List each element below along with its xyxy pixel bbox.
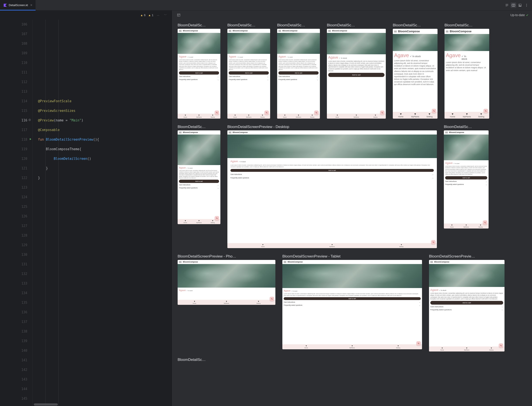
prev-highlight-button[interactable]: ︿	[156, 13, 161, 17]
preview-surface[interactable]: BloomCompose Agave✓ In stock Lorem ipsum…	[444, 130, 488, 229]
bottom-nav-item[interactable]: ♥ Home	[228, 244, 297, 247]
code-line[interactable]	[38, 288, 172, 298]
preview-surface[interactable]: BloomCompose Agave✓ In stock Lorem ipsum…	[327, 29, 386, 119]
line-number[interactable]: 144	[0, 384, 27, 394]
preview-scroll-area[interactable]: BloomDetailSc… BloomCompose Agave✓ In st…	[172, 20, 532, 406]
line-number[interactable]: 121	[0, 164, 27, 173]
faq-header[interactable]: Frequently asked questions	[430, 309, 503, 311]
line-number[interactable]: 122	[0, 173, 27, 183]
line-number[interactable]: 143	[0, 375, 27, 384]
hamburger-icon[interactable]	[179, 261, 182, 263]
line-number[interactable]: 138	[0, 327, 27, 336]
preview-surface[interactable]: BloomCompose Agave✓ In stock Lorem ipsum…	[227, 130, 437, 248]
code-line[interactable]: fun BloomDetailScreenPreview(){	[38, 135, 172, 144]
code-line[interactable]	[38, 307, 172, 317]
more-icon[interactable]	[524, 2, 529, 8]
faq-header[interactable]: Frequently asked questions	[229, 79, 269, 81]
bottom-nav-item[interactable]: ♥ Home	[278, 114, 292, 118]
gear-icon[interactable]	[28, 116, 31, 125]
line-number[interactable]: 139	[0, 336, 27, 346]
code-line[interactable]	[38, 77, 172, 87]
bottom-nav-item[interactable]: ♥ Home	[328, 114, 347, 118]
add-to-cart-button[interactable]: Add to cart	[229, 71, 269, 75]
bottom-nav-item[interactable]: ♥ Home	[228, 114, 242, 118]
line-number[interactable]: 115	[0, 106, 27, 116]
bottom-nav-item[interactable]: ♥ Home	[178, 220, 192, 223]
line-number[interactable]: 142	[0, 365, 27, 375]
code-line[interactable]	[38, 48, 172, 58]
preview-surface[interactable]: BloomCompose Agave✓ In stock Lorem ipsum…	[227, 29, 270, 119]
code-line[interactable]	[38, 231, 172, 240]
line-number-gutter[interactable]: 1061071081091101111121131141151161171181…	[0, 20, 33, 406]
bottom-nav-item[interactable]: ♥ Setting	[243, 300, 274, 304]
hamburger-icon[interactable]	[430, 261, 433, 263]
hamburger-icon[interactable]	[179, 131, 182, 133]
bottom-nav-item[interactable]: ♥ Home	[178, 114, 192, 118]
line-number[interactable]: 128	[0, 231, 27, 240]
faq-header[interactable]: Frequently asked questions	[179, 187, 219, 189]
line-number[interactable]: 140	[0, 346, 27, 355]
line-number[interactable]: 107	[0, 29, 27, 39]
care-instructions-header[interactable]: Care instructions	[230, 173, 434, 175]
hamburger-icon[interactable]	[445, 131, 448, 133]
code-line[interactable]	[38, 365, 172, 375]
line-number[interactable]: 119	[0, 144, 27, 154]
bottom-nav-item[interactable]: ♥ MyPlants	[192, 114, 206, 118]
code-line[interactable]	[38, 336, 172, 346]
line-number[interactable]: 131	[0, 260, 27, 269]
bottom-nav-item[interactable]: ♥ Home	[445, 224, 459, 228]
run-gutter-icon[interactable]	[29, 135, 32, 144]
line-number[interactable]: 113	[0, 87, 27, 96]
care-instructions-header[interactable]: Care instructions	[179, 184, 219, 186]
bottom-nav-item[interactable]: ♥ Setting	[367, 244, 436, 247]
line-number[interactable]: 110	[0, 58, 27, 68]
add-to-cart-button[interactable]: Add to cart	[179, 71, 219, 75]
bottom-nav-item[interactable]: ♥ MyPlants	[347, 114, 366, 118]
line-number[interactable]: 120	[0, 154, 27, 164]
line-number[interactable]: 114	[0, 96, 27, 106]
preview-surface[interactable]: BloomCompose Agave✓ Instock Lorem ipsum …	[444, 29, 489, 119]
code-line[interactable]: BloomDetailScreen()	[38, 154, 172, 164]
bottom-nav-item[interactable]: ♥ MyPlants	[455, 347, 479, 351]
scrollbar-thumb[interactable]	[34, 403, 58, 406]
hamburger-icon[interactable]	[446, 30, 448, 32]
line-number[interactable]: 129	[0, 240, 27, 250]
preview-surface[interactable]: BloomCompose Agave✓ In stock Lorem ipsum…	[178, 29, 220, 119]
edit-fab[interactable]: ✎	[484, 109, 488, 113]
code-line[interactable]	[38, 327, 172, 336]
preview-surface[interactable]: BloomCompose Agave✓ In stock Lorem ipsum…	[277, 29, 320, 119]
line-number[interactable]: 108	[0, 39, 27, 48]
code-line[interactable]	[38, 298, 172, 307]
preview-surface[interactable]: BloomCompose Agave✓ In stock Lorem ipsum…	[393, 29, 437, 119]
code-line[interactable]	[38, 269, 172, 279]
line-number[interactable]: 111	[0, 68, 27, 77]
code-line[interactable]	[38, 183, 172, 192]
code-line[interactable]: }	[38, 173, 172, 183]
line-number[interactable]: 117	[0, 125, 27, 135]
line-number[interactable]: 123	[0, 183, 27, 192]
code-line[interactable]	[38, 384, 172, 394]
add-to-cart-button[interactable]: Add to cart	[284, 297, 421, 300]
bottom-nav-item[interactable]: ♥ MyPlants	[297, 244, 367, 247]
line-number[interactable]: 109	[0, 48, 27, 58]
code-line[interactable]	[38, 68, 172, 77]
bottom-nav-item[interactable]: ♥ MyPlants	[242, 114, 256, 118]
bottom-nav-item[interactable]: ♥ Home	[445, 113, 460, 118]
code-line[interactable]	[38, 221, 172, 231]
code-line[interactable]	[38, 29, 172, 39]
edit-fab[interactable]: ✎	[270, 297, 274, 301]
line-number[interactable]: 136	[0, 307, 27, 317]
bottom-nav-item[interactable]: ♥ MyPlants	[329, 345, 375, 348]
code-line[interactable]: }	[38, 164, 172, 173]
edit-fab[interactable]: ✎	[265, 110, 269, 115]
line-number[interactable]: 137	[0, 317, 27, 327]
preview-surface[interactable]: BloomCompose Agave✓ In stock Lorem ipsum…	[282, 260, 422, 349]
code-line[interactable]	[38, 346, 172, 355]
code-line[interactable]	[38, 240, 172, 250]
preview-layout-button[interactable]	[176, 12, 182, 18]
bottom-nav-item[interactable]: ♥ Home	[430, 347, 455, 351]
line-number[interactable]: 130	[0, 250, 27, 260]
edit-fab[interactable]: ✎	[215, 216, 219, 220]
bottom-nav-item[interactable]: ♥ MyPlants	[459, 224, 473, 228]
faq-header[interactable]: Frequently asked questions	[179, 79, 219, 81]
